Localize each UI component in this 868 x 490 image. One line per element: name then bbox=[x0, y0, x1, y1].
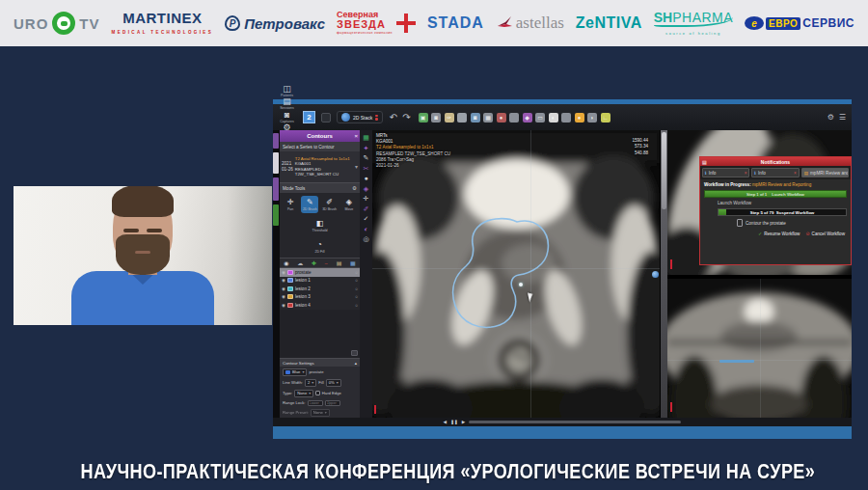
axial-mri-viewport[interactable]: MRTs KGA001 T2 Axial Resampled to 1x1x1 … bbox=[372, 130, 660, 418]
cancel-workflow-button[interactable]: ⊘ Cancel Workflow bbox=[805, 231, 845, 236]
layout-2-badge[interactable]: 2 bbox=[303, 111, 315, 123]
app-status-bar: ◀ ❚❚ ▶ bbox=[273, 418, 852, 426]
sponsor-banner: URO TV MARTINEX MEDICAL TECHNOLOGIES P П… bbox=[0, 0, 868, 46]
undo-button[interactable]: ↶ bbox=[390, 112, 397, 122]
structure-row[interactable]: lesion 1 bbox=[280, 277, 360, 286]
fill-select[interactable]: 0% ▾ bbox=[326, 379, 341, 387]
stack-mode-dropdown[interactable]: 2D Stack bbox=[337, 111, 383, 123]
zoom-icon[interactable] bbox=[509, 113, 519, 122]
contour-point-marker[interactable] bbox=[519, 283, 523, 286]
gem-icon[interactable]: ◈ bbox=[364, 185, 368, 192]
slice-position-marker[interactable] bbox=[719, 360, 754, 363]
camera-icon[interactable]: ◙ bbox=[431, 113, 441, 122]
toolbar-menu-icon[interactable]: ☰ bbox=[839, 113, 846, 122]
logo-petrovax: P Петровакс bbox=[225, 15, 325, 32]
toolbar-gear-icon[interactable]: ⚙ bbox=[827, 113, 834, 122]
prev-slice-button[interactable]: ◀ bbox=[444, 420, 448, 424]
edge-tab-2[interactable] bbox=[273, 152, 279, 174]
structure-row[interactable]: lesion 3 bbox=[280, 293, 360, 302]
pause-button[interactable]: ❚❚ bbox=[450, 420, 458, 424]
tab-info-1[interactable]: ℹ Info × bbox=[702, 168, 749, 177]
chevron-down-icon[interactable]: ▾ bbox=[355, 163, 358, 170]
hand-icon[interactable]: ✑ bbox=[445, 113, 454, 122]
structure-row[interactable]: lesion 4 bbox=[280, 301, 360, 310]
pan-tool[interactable]: ✛ Pan bbox=[282, 196, 299, 213]
range-lower-input[interactable] bbox=[308, 400, 323, 406]
value-line: 540.88 bbox=[632, 150, 648, 156]
edge-tab-4[interactable] bbox=[273, 204, 279, 226]
chevron-up-icon[interactable]: ▴ bbox=[355, 361, 357, 366]
slice-scrollbar[interactable] bbox=[660, 130, 667, 418]
structure-row[interactable]: lesion 2 bbox=[280, 285, 360, 293]
euroservice-icon: e bbox=[745, 16, 764, 30]
edge-tab-1[interactable] bbox=[273, 133, 279, 149]
wand-icon[interactable]: ✦ bbox=[364, 145, 369, 151]
folder-icon[interactable]: ▤ bbox=[337, 259, 342, 266]
film-icon[interactable]: ▦ bbox=[483, 113, 493, 122]
half-icon[interactable]: ◐ bbox=[364, 226, 367, 232]
edge-tab-3[interactable] bbox=[273, 177, 279, 201]
structure-row[interactable]: prostate bbox=[280, 268, 360, 277]
euroservice-service: СЕРВИС bbox=[802, 16, 854, 30]
captures-button[interactable]: ◙ Captures bbox=[277, 111, 297, 124]
layout-mini-button[interactable] bbox=[321, 113, 331, 122]
contour-color-select[interactable]: Blue ▾ bbox=[283, 368, 307, 376]
pencil-icon[interactable]: ✎ bbox=[364, 154, 369, 161]
line-width-select[interactable]: 2 ▾ bbox=[305, 379, 316, 387]
range-preset-select[interactable]: None ▾ bbox=[311, 409, 330, 417]
coronal-mri-viewport[interactable] bbox=[667, 279, 852, 418]
check-icon[interactable]: ✓ bbox=[364, 215, 369, 222]
move-tool[interactable]: ◈ Move bbox=[340, 196, 358, 213]
resume-workflow-button[interactable]: ✓ Resume Workflow bbox=[758, 231, 800, 236]
astellas-star-icon bbox=[496, 14, 513, 32]
cross-icon[interactable]: ✛ bbox=[364, 195, 369, 202]
type-select[interactable]: None ▾ bbox=[294, 390, 313, 397]
tape-icon[interactable]: ▭ bbox=[535, 113, 545, 122]
layers-icon[interactable]: ▦ bbox=[363, 134, 369, 141]
pin-icon[interactable]: ● bbox=[497, 113, 506, 122]
speaker-scrubs bbox=[71, 271, 214, 325]
close-icon[interactable]: × bbox=[794, 171, 797, 176]
pen-icon[interactable]: ✐ bbox=[364, 205, 369, 212]
cloud-icon[interactable]: ☁ bbox=[297, 259, 303, 266]
crosshair-horizontal bbox=[372, 268, 660, 269]
redo-button[interactable]: ↷ bbox=[402, 112, 410, 122]
search-icon[interactable] bbox=[457, 113, 467, 122]
sessions-button[interactable]: ▤ Sessions bbox=[277, 97, 297, 111]
fill-2d-tool[interactable]: ◔ 2D Fill bbox=[312, 238, 329, 256]
tab-info-2[interactable]: ℹ Info × bbox=[751, 168, 799, 177]
alert-icon[interactable]: ● bbox=[575, 113, 584, 122]
gear-icon[interactable]: ⚙ bbox=[352, 185, 357, 191]
visibility-icon[interactable]: ◉ bbox=[284, 259, 288, 266]
close-icon[interactable]: × bbox=[745, 171, 747, 176]
ruler-icon[interactable]: ∟ bbox=[601, 113, 610, 122]
martinex-sub: MEDICAL TECHNOLOGIES bbox=[111, 31, 213, 36]
slice-scrollbar-thumb[interactable] bbox=[662, 132, 666, 209]
series-selector[interactable]: 2021 01-26 T2 Axial Resampled to 1x1x1 K… bbox=[280, 151, 360, 183]
hard-edge-checkbox[interactable] bbox=[315, 391, 320, 395]
close-icon[interactable]: × bbox=[354, 133, 358, 139]
marker-icon[interactable]: ◆ bbox=[523, 113, 532, 122]
viewport-edge-handle[interactable] bbox=[652, 271, 659, 278]
dot-icon[interactable]: ● bbox=[364, 175, 367, 181]
contrast-icon[interactable]: ◐ bbox=[549, 113, 558, 122]
tab-workflow[interactable]: ▤ mpMRI Review and R bbox=[801, 168, 849, 177]
save-icon[interactable]: ▦ bbox=[350, 259, 356, 266]
range-upper-input[interactable] bbox=[325, 400, 340, 406]
cancel-icon: ⊘ bbox=[805, 231, 809, 236]
cut-icon[interactable]: ✂ bbox=[364, 165, 369, 172]
brush-3d-tool[interactable]: ✐ 3D Brush bbox=[321, 196, 339, 213]
app-bottom-strip bbox=[273, 426, 852, 439]
threshold-tool[interactable]: ◧ Threshold bbox=[312, 217, 329, 234]
cine-icon[interactable]: ▣ bbox=[419, 113, 428, 122]
brush-2d-tool[interactable]: ✎ 2D Brush bbox=[301, 196, 318, 213]
add-structure-button[interactable]: ✚ bbox=[312, 259, 316, 266]
play-button[interactable]: ▶ bbox=[462, 420, 466, 424]
target-icon[interactable]: ◎ bbox=[363, 235, 368, 242]
query-icon[interactable] bbox=[561, 113, 571, 122]
patients-button[interactable]: ◫ Patients bbox=[277, 85, 297, 98]
snapshot-icon[interactable]: ◙ bbox=[471, 113, 480, 122]
severnaya-line2: ЗВЕЗДА bbox=[337, 19, 393, 30]
audio-icon[interactable]: ◗ bbox=[587, 113, 597, 122]
remove-structure-button[interactable]: − bbox=[325, 260, 329, 266]
